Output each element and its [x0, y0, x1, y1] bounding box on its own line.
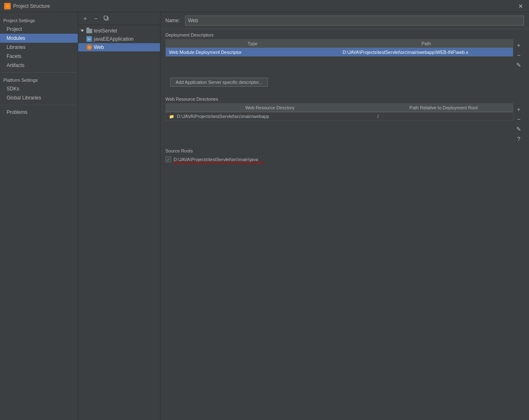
row-type: Web Module Deployment Descriptor: [166, 48, 339, 57]
col-relative-path: Path Relative to Deployment Root: [374, 104, 513, 112]
col-web-dir: Web Resource Directory: [166, 104, 374, 112]
table-row[interactable]: 📁 D:\JAVA\Projects\testServlet\src\main\…: [166, 112, 513, 121]
deployment-descriptors-table: Type Path Web Module Deployment Descript…: [166, 39, 513, 56]
sidebar-item-artifacts[interactable]: Artifacts: [0, 61, 78, 70]
content-area: Name: Deployment Descriptors Type Path: [160, 12, 529, 420]
sidebar-item-project[interactable]: Project: [0, 25, 78, 34]
main-container: Project Settings Project Modules Librari…: [0, 12, 529, 420]
sidebar-item-facets[interactable]: Facets: [0, 52, 78, 61]
project-settings-label: Project Settings: [0, 16, 78, 25]
sidebar-item-problems[interactable]: Problems: [0, 108, 78, 117]
source-root-checkbox[interactable]: [165, 157, 171, 162]
row-path: D:\JAVA\Projects\testServlet\src\main\we…: [339, 48, 513, 57]
platform-settings-label: Platform Settings: [0, 75, 78, 84]
tree-copy-button[interactable]: [102, 14, 111, 23]
sidebar-divider-1: [0, 72, 78, 73]
name-row: Name:: [160, 12, 529, 29]
web-resource-add-button[interactable]: +: [514, 105, 523, 114]
sidebar: Project Settings Project Modules Librari…: [0, 12, 78, 420]
deployment-descriptors-header: Deployment Descriptors: [160, 29, 529, 39]
web-resource-table: Web Resource Directory Path Relative to …: [166, 104, 513, 120]
web-resource-side-buttons: + − ✎ ?: [513, 103, 524, 145]
table-row[interactable]: Web Module Deployment Descriptor D:\JAVA…: [166, 48, 513, 57]
sidebar-divider-2: [0, 105, 78, 105]
add-descriptor-button[interactable]: Add Application Server specific descript…: [170, 78, 268, 87]
deployment-add-button[interactable]: +: [514, 41, 523, 50]
web-icon: ⊙: [86, 44, 92, 50]
web-resource-help-button[interactable]: ?: [514, 134, 523, 143]
col-path: Path: [339, 39, 513, 48]
source-roots-header: Source Roots: [160, 145, 529, 155]
module-icon: m: [86, 36, 92, 42]
sidebar-item-global-libraries[interactable]: Global Libraries: [0, 93, 78, 102]
expand-icon: [81, 30, 84, 32]
sidebar-item-libraries[interactable]: Libraries: [0, 43, 78, 52]
folder-icon: [86, 29, 92, 33]
web-resource-header: Web Resource Directories: [160, 93, 529, 103]
tree-remove-button[interactable]: −: [91, 14, 100, 23]
web-resource-remove-button[interactable]: −: [514, 115, 523, 124]
source-roots-section: Source Roots D:\JAVA\Projects\testServle…: [160, 145, 529, 420]
web-resource-table-wrapper: Web Resource Directory Path Relative to …: [165, 103, 513, 121]
tree-item-testservlet[interactable]: testServlet: [78, 27, 160, 35]
name-label: Name:: [165, 18, 182, 23]
close-button[interactable]: ✕: [517, 2, 525, 10]
tree-panel: + − testServlet m javaEEApplication: [78, 12, 160, 420]
tree-add-button[interactable]: +: [81, 14, 90, 23]
title-bar: 🔶 Project Structure ✕: [0, 0, 529, 12]
svg-rect-1: [104, 16, 107, 19]
window-title: Project Structure: [13, 3, 50, 9]
sidebar-item-sdks[interactable]: SDKs: [0, 84, 78, 93]
tree-content: testServlet m javaEEApplication ⊙ Web: [78, 25, 160, 420]
row-relative-path: /: [374, 112, 513, 121]
col-type: Type: [166, 39, 339, 48]
red-underline: [174, 162, 264, 163]
deployment-descriptors-table-wrapper: Type Path Web Module Deployment Descript…: [165, 39, 513, 57]
web-resource-edit-button[interactable]: ✎: [514, 125, 523, 134]
tree-toolbar: + −: [78, 12, 160, 25]
deployment-remove-button[interactable]: −: [514, 51, 523, 60]
source-root-path: D:\JAVA\Projects\testServlet\src\main\ja…: [174, 157, 258, 162]
row-web-dir: 📁 D:\JAVA\Projects\testServlet\src\main\…: [166, 112, 374, 121]
deployment-edit-button[interactable]: ✎: [514, 60, 523, 69]
deployment-side-buttons: + − ✎: [513, 39, 524, 71]
tree-item-javaeeapplication[interactable]: m javaEEApplication: [78, 35, 160, 43]
tree-item-web[interactable]: ⊙ Web: [78, 43, 160, 51]
content-scroll: Deployment Descriptors Type Path Web Mod: [160, 29, 529, 420]
name-input[interactable]: [185, 16, 524, 25]
sidebar-item-modules[interactable]: Modules: [0, 34, 78, 43]
web-resource-section: Web Resource Directories Web Resource Di…: [160, 93, 529, 145]
app-icon: 🔶: [4, 3, 11, 9]
source-root-row: D:\JAVA\Projects\testServlet\src\main\ja…: [160, 155, 529, 164]
